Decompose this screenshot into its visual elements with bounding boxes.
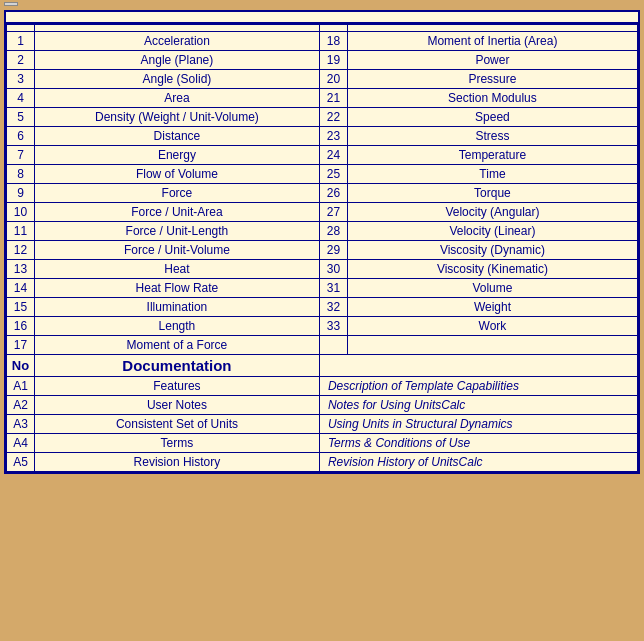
- unit-label-right[interactable]: Temperature: [347, 146, 637, 165]
- unit-label-right[interactable]: Velocity (Linear): [347, 222, 637, 241]
- table-row[interactable]: 17Moment of a Force: [7, 336, 638, 355]
- doc-row-label[interactable]: User Notes: [35, 396, 320, 415]
- unit-label-left[interactable]: Flow of Volume: [35, 165, 320, 184]
- unit-label-right[interactable]: Speed: [347, 108, 637, 127]
- doc-row-link[interactable]: Using Units in Structural Dynamics: [319, 415, 637, 434]
- unit-label-left[interactable]: Density (Weight / Unit-Volume): [35, 108, 320, 127]
- table-row[interactable]: 13Heat30Viscosity (Kinematic): [7, 260, 638, 279]
- row-number-left: 12: [7, 241, 35, 260]
- doc-row-label[interactable]: Features: [35, 377, 320, 396]
- doc-row-number: A5: [7, 453, 35, 472]
- row-number-left: 4: [7, 89, 35, 108]
- unit-label-left[interactable]: Moment of a Force: [35, 336, 320, 355]
- row-number-left: 14: [7, 279, 35, 298]
- main-container: 1Acceleration18Moment of Inertia (Area)2…: [4, 10, 640, 474]
- unit-label-right[interactable]: Stress: [347, 127, 637, 146]
- table-row[interactable]: 11Force / Unit-Length28Velocity (Linear): [7, 222, 638, 241]
- row-number-right: 30: [319, 260, 347, 279]
- unit-label-right[interactable]: Time: [347, 165, 637, 184]
- doc-row-label[interactable]: Consistent Set of Units: [35, 415, 320, 434]
- table-row[interactable]: 10Force / Unit-Area27Velocity (Angular): [7, 203, 638, 222]
- row-number-left: 15: [7, 298, 35, 317]
- header-unit-qty-left: [35, 25, 320, 32]
- doc-row-link[interactable]: Notes for Using UnitsCalc: [319, 396, 637, 415]
- row-number-right: 21: [319, 89, 347, 108]
- doc-header-empty1: [319, 355, 637, 377]
- unit-label-left[interactable]: Force / Unit-Volume: [35, 241, 320, 260]
- doc-row-label[interactable]: Terms: [35, 434, 320, 453]
- unit-label-right[interactable]: Power: [347, 51, 637, 70]
- doc-row[interactable]: A3Consistent Set of UnitsUsing Units in …: [7, 415, 638, 434]
- unit-label-right[interactable]: Weight: [347, 298, 637, 317]
- row-number-right: 25: [319, 165, 347, 184]
- unit-label-right[interactable]: [347, 336, 637, 355]
- doc-row-link[interactable]: Revision History of UnitsCalc: [319, 453, 637, 472]
- table-row[interactable]: 6Distance23Stress: [7, 127, 638, 146]
- doc-header-title: Documentation: [35, 355, 320, 377]
- table-row[interactable]: 4Area21Section Modulus: [7, 89, 638, 108]
- row-number-left: 11: [7, 222, 35, 241]
- table-row[interactable]: 16Length33Work: [7, 317, 638, 336]
- unit-label-right[interactable]: Torque: [347, 184, 637, 203]
- unit-label-left[interactable]: Heat: [35, 260, 320, 279]
- row-number-left: 1: [7, 32, 35, 51]
- help-button[interactable]: [4, 2, 18, 6]
- unit-label-left[interactable]: Illumination: [35, 298, 320, 317]
- unit-label-left[interactable]: Length: [35, 317, 320, 336]
- unit-label-left[interactable]: Force / Unit-Length: [35, 222, 320, 241]
- doc-row-label[interactable]: Revision History: [35, 453, 320, 472]
- unit-label-left[interactable]: Heat Flow Rate: [35, 279, 320, 298]
- unit-label-right[interactable]: Volume: [347, 279, 637, 298]
- doc-row-link[interactable]: Description of Template Capabilities: [319, 377, 637, 396]
- row-number-right: 23: [319, 127, 347, 146]
- doc-row-number: A3: [7, 415, 35, 434]
- row-number-left: 3: [7, 70, 35, 89]
- row-number-left: 13: [7, 260, 35, 279]
- row-number-right: 29: [319, 241, 347, 260]
- unit-label-right[interactable]: Viscosity (Dynamic): [347, 241, 637, 260]
- unit-label-right[interactable]: Viscosity (Kinematic): [347, 260, 637, 279]
- unit-label-right[interactable]: Pressure: [347, 70, 637, 89]
- unit-label-left[interactable]: Distance: [35, 127, 320, 146]
- doc-row[interactable]: A5Revision HistoryRevision History of Un…: [7, 453, 638, 472]
- unit-label-left[interactable]: Force: [35, 184, 320, 203]
- doc-row[interactable]: A1FeaturesDescription of Template Capabi…: [7, 377, 638, 396]
- row-number-left: 5: [7, 108, 35, 127]
- doc-row-number: A4: [7, 434, 35, 453]
- table-row[interactable]: 3Angle (Solid)20Pressure: [7, 70, 638, 89]
- row-number-right: 26: [319, 184, 347, 203]
- unit-label-left[interactable]: Force / Unit-Area: [35, 203, 320, 222]
- unit-label-right[interactable]: Section Modulus: [347, 89, 637, 108]
- unit-label-left[interactable]: Angle (Solid): [35, 70, 320, 89]
- table-row[interactable]: 5Density (Weight / Unit-Volume)22Speed: [7, 108, 638, 127]
- row-number-left: 7: [7, 146, 35, 165]
- table-row[interactable]: 7Energy24Temperature: [7, 146, 638, 165]
- unit-label-left[interactable]: Angle (Plane): [35, 51, 320, 70]
- unit-label-right[interactable]: Velocity (Angular): [347, 203, 637, 222]
- table-row[interactable]: 1Acceleration18Moment of Inertia (Area): [7, 32, 638, 51]
- row-number-left: 16: [7, 317, 35, 336]
- table-row[interactable]: 14Heat Flow Rate31Volume: [7, 279, 638, 298]
- table-row[interactable]: 9Force26Torque: [7, 184, 638, 203]
- unit-label-left[interactable]: Energy: [35, 146, 320, 165]
- row-number-right: 27: [319, 203, 347, 222]
- table-row[interactable]: 15Illumination32Weight: [7, 298, 638, 317]
- row-number-right: 22: [319, 108, 347, 127]
- table-row[interactable]: 12Force / Unit-Volume29Viscosity (Dynami…: [7, 241, 638, 260]
- table-row[interactable]: 8Flow of Volume25Time: [7, 165, 638, 184]
- unit-label-right[interactable]: Work: [347, 317, 637, 336]
- title-section: [6, 12, 638, 24]
- doc-row[interactable]: A2User NotesNotes for Using UnitsCalc: [7, 396, 638, 415]
- row-number-right: 20: [319, 70, 347, 89]
- unit-label-right[interactable]: Moment of Inertia (Area): [347, 32, 637, 51]
- doc-row[interactable]: A4TermsTerms & Conditions of Use: [7, 434, 638, 453]
- row-number-right: 31: [319, 279, 347, 298]
- unit-label-left[interactable]: Acceleration: [35, 32, 320, 51]
- header-no-right: [319, 25, 347, 32]
- unit-label-left[interactable]: Area: [35, 89, 320, 108]
- table-row[interactable]: 2Angle (Plane)19Power: [7, 51, 638, 70]
- row-number-right: 24: [319, 146, 347, 165]
- doc-row-link[interactable]: Terms & Conditions of Use: [319, 434, 637, 453]
- row-number-left: 9: [7, 184, 35, 203]
- row-number-right: [319, 336, 347, 355]
